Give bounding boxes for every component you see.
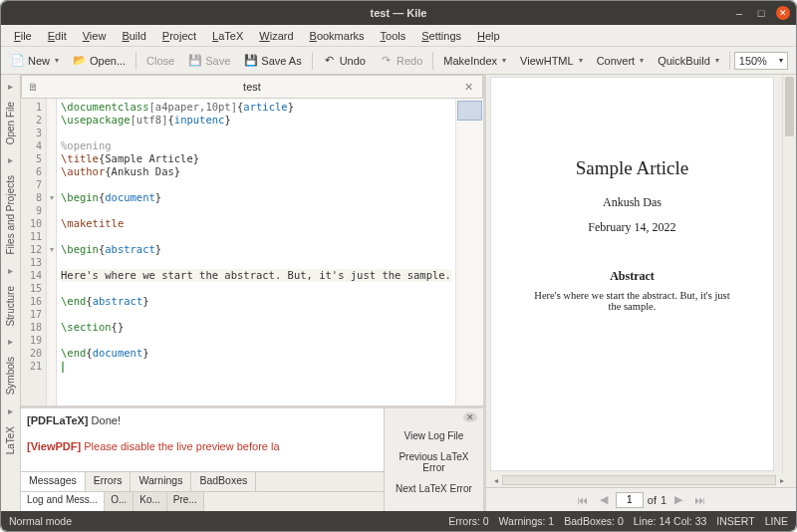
editor-line[interactable]: %opening: [61, 139, 451, 152]
log-tab-messages[interactable]: Messages: [21, 472, 86, 491]
fold-marker: [47, 204, 56, 217]
minimize-icon[interactable]: –: [732, 6, 746, 20]
bottom-tab-2[interactable]: Ko...: [133, 492, 167, 511]
preview-scrollbar-h[interactable]: ◂ ▸: [486, 473, 796, 487]
editor-line[interactable]: [61, 230, 451, 243]
code-editor[interactable]: \documentclass[a4paper,10pt]{article}\us…: [57, 99, 455, 405]
log-close-icon[interactable]: ✕: [463, 412, 477, 422]
editor-line[interactable]: [61, 178, 451, 191]
editor-line[interactable]: \author{Ankush Das}: [61, 165, 451, 178]
fold-marker: [47, 152, 56, 165]
editor-line[interactable]: [61, 360, 451, 373]
statusbar: Normal mode Errors: 0 Warnings: 1 BadBox…: [1, 511, 796, 531]
preview-scrollbar-v[interactable]: [782, 75, 796, 473]
bottom-tab-1[interactable]: O...: [105, 492, 133, 511]
log-tab-errors[interactable]: Errors: [86, 472, 132, 491]
save-button[interactable]: 💾Save: [182, 51, 236, 71]
line-number: 15: [21, 282, 42, 295]
nav-first-icon[interactable]: ⏮: [573, 494, 592, 506]
sidetab-icon: ▸: [8, 334, 13, 349]
menu-edit[interactable]: Edit: [41, 28, 74, 44]
status-mode: Normal mode: [9, 515, 72, 527]
log-tab-warnings[interactable]: Warnings: [131, 472, 191, 491]
editor-line[interactable]: \begin{document}: [61, 191, 451, 204]
nav-prev-icon[interactable]: ◀: [596, 493, 612, 506]
editor-line[interactable]: [61, 308, 451, 321]
minimap-viewport[interactable]: [457, 101, 482, 121]
open-button[interactable]: 📂Open...: [67, 51, 132, 71]
document-tabs: 🗎 test ✕: [21, 75, 483, 99]
sidetab-open-file[interactable]: Open File: [4, 96, 17, 150]
viewhtml-button[interactable]: ViewHTML: [514, 52, 589, 70]
editor-line[interactable]: \maketitle: [61, 217, 451, 230]
saveas-button[interactable]: 💾Save As: [238, 51, 307, 71]
menu-bookmarks[interactable]: Bookmarks: [303, 28, 372, 44]
quickbuild-button[interactable]: QuickBuild: [652, 52, 725, 70]
sidetab-latex[interactable]: LaTeX: [4, 420, 17, 460]
bottom-tab-0[interactable]: Log and Mess...: [21, 492, 105, 511]
close-icon[interactable]: ✕: [776, 6, 790, 20]
editor-line[interactable]: [61, 334, 451, 347]
menu-latex[interactable]: LaTeX: [205, 28, 250, 44]
undo-button[interactable]: ↶Undo: [317, 51, 372, 71]
menu-project[interactable]: Project: [155, 28, 203, 44]
scrollbar-thumb[interactable]: [785, 77, 794, 136]
fold-marker: [47, 295, 56, 308]
editor-line[interactable]: \documentclass[a4paper,10pt]{article}: [61, 101, 451, 114]
editor-line[interactable]: [61, 204, 451, 217]
maximize-icon[interactable]: □: [754, 6, 768, 20]
preview-pane: Sample Article Ankush Das February 14, 2…: [486, 75, 796, 511]
close-button[interactable]: Close: [140, 52, 180, 70]
bottom-tab-3[interactable]: Pre...: [167, 492, 204, 511]
scroll-track[interactable]: [502, 475, 776, 485]
sidetab-symbols[interactable]: Symbols: [4, 351, 17, 400]
editor-line[interactable]: \section{}: [61, 321, 451, 334]
editor-line[interactable]: \end{document}: [61, 347, 451, 360]
nav-last-icon[interactable]: ⏭: [690, 494, 709, 506]
menu-view[interactable]: View: [76, 28, 114, 44]
editor-line[interactable]: \end{abstract}: [61, 295, 451, 308]
fold-marker: [47, 230, 56, 243]
preview-abstract: Here's where we start the abstract. But,…: [521, 290, 743, 312]
redo-button[interactable]: ↷Redo: [374, 51, 428, 71]
zoom-select[interactable]: 150%▾: [734, 52, 788, 70]
menu-tools[interactable]: Tools: [374, 28, 413, 44]
next-error-link[interactable]: Next LaTeX Error: [387, 481, 481, 496]
scroll-right-icon[interactable]: ▸: [776, 476, 788, 485]
menu-help[interactable]: Help: [470, 28, 507, 44]
editor-pane: 🗎 test ✕ 1234567891011121314151617181920…: [21, 75, 486, 511]
menu-wizard[interactable]: Wizard: [252, 28, 300, 44]
editor-line[interactable]: \begin{abstract}: [61, 243, 451, 256]
editor-line[interactable]: \usepackage[utf8]{inputenc}: [61, 114, 451, 127]
fold-marker: [47, 321, 56, 334]
fold-marker[interactable]: ▾: [47, 243, 56, 256]
editor-line[interactable]: [61, 282, 451, 295]
editor-line[interactable]: \title{Sample Article}: [61, 152, 451, 165]
prev-error-link[interactable]: Previous LaTeX Error: [387, 449, 481, 475]
fold-marker: [47, 178, 56, 191]
view-log-link[interactable]: View Log File: [387, 428, 481, 443]
minimap[interactable]: [455, 99, 483, 405]
editor-line[interactable]: Here's where we start the abstract. But,…: [61, 269, 451, 282]
sidetab-structure[interactable]: Structure: [4, 280, 17, 333]
menu-settings[interactable]: Settings: [414, 28, 468, 44]
editor-line[interactable]: [61, 127, 451, 139]
new-button[interactable]: 📄New: [5, 51, 65, 71]
fold-marker: [47, 334, 56, 347]
document-tab[interactable]: 🗎 test ✕: [21, 75, 483, 98]
convert-button[interactable]: Convert: [591, 52, 651, 70]
close-tab-icon[interactable]: ✕: [462, 80, 476, 94]
makeindex-button[interactable]: MakeIndex: [437, 52, 512, 70]
fold-marker[interactable]: ▾: [47, 191, 56, 204]
menu-build[interactable]: Build: [115, 28, 152, 44]
log-tab-badboxes[interactable]: BadBoxes: [191, 472, 256, 491]
fold-marker: [47, 269, 56, 282]
line-number: 9: [21, 204, 42, 217]
scroll-left-icon[interactable]: ◂: [490, 476, 502, 485]
menu-file[interactable]: File: [7, 28, 39, 44]
fold-marker: [47, 114, 56, 127]
page-input[interactable]: [616, 492, 644, 508]
sidetab-files-and-projects[interactable]: Files and Projects: [4, 169, 17, 260]
nav-next-icon[interactable]: ▶: [670, 493, 686, 506]
editor-line[interactable]: [61, 256, 451, 269]
